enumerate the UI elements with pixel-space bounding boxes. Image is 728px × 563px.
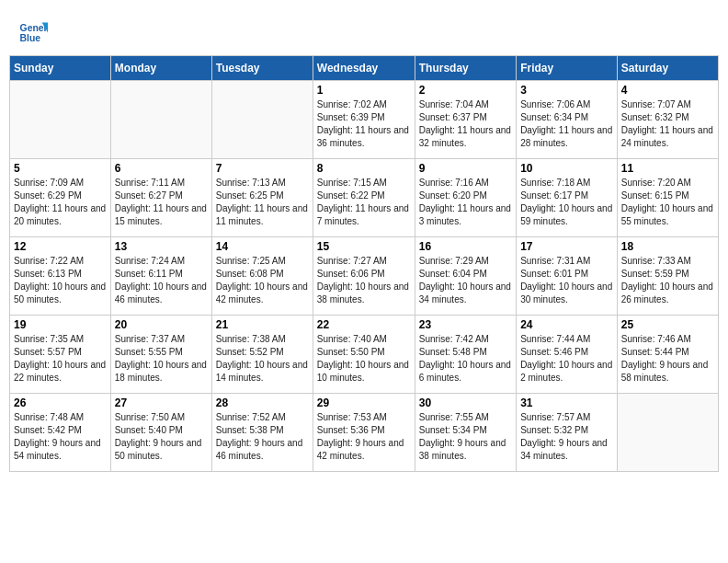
day-number: 19 [14, 318, 107, 331]
calendar-day-cell: 22Sunrise: 7:40 AM Sunset: 5:50 PM Dayli… [313, 316, 415, 394]
day-number: 17 [520, 240, 613, 253]
day-info: Sunrise: 7:11 AM Sunset: 6:27 PM Dayligh… [115, 177, 208, 228]
weekday-header: Thursday [415, 56, 516, 81]
day-info: Sunrise: 7:25 AM Sunset: 6:08 PM Dayligh… [216, 255, 309, 306]
calendar-day-cell: 27Sunrise: 7:50 AM Sunset: 5:40 PM Dayli… [110, 394, 211, 472]
day-number: 15 [317, 240, 411, 253]
calendar-day-cell: 11Sunrise: 7:20 AM Sunset: 6:15 PM Dayli… [617, 159, 718, 237]
day-info: Sunrise: 7:31 AM Sunset: 6:01 PM Dayligh… [520, 255, 613, 306]
day-number: 3 [520, 84, 613, 97]
calendar-table: SundayMondayTuesdayWednesdayThursdayFrid… [9, 55, 719, 472]
calendar-day-cell: 18Sunrise: 7:33 AM Sunset: 5:59 PM Dayli… [617, 237, 718, 316]
day-info: Sunrise: 7:53 AM Sunset: 5:36 PM Dayligh… [317, 411, 411, 463]
weekday-header: Monday [110, 56, 211, 81]
day-info: Sunrise: 7:02 AM Sunset: 6:39 PM Dayligh… [317, 98, 411, 150]
day-info: Sunrise: 7:13 AM Sunset: 6:25 PM Dayligh… [216, 177, 309, 228]
day-info: Sunrise: 7:52 AM Sunset: 5:38 PM Dayligh… [216, 411, 309, 463]
day-number: 1 [317, 84, 411, 97]
weekday-header: Wednesday [313, 56, 415, 81]
calendar-week-row: 1Sunrise: 7:02 AM Sunset: 6:39 PM Daylig… [10, 81, 719, 159]
day-info: Sunrise: 7:50 AM Sunset: 5:40 PM Dayligh… [115, 411, 208, 463]
day-info: Sunrise: 7:42 AM Sunset: 5:48 PM Dayligh… [419, 333, 512, 385]
day-info: Sunrise: 7:04 AM Sunset: 6:37 PM Dayligh… [419, 98, 512, 150]
calendar-week-row: 12Sunrise: 7:22 AM Sunset: 6:13 PM Dayli… [10, 237, 719, 316]
calendar-day-cell: 3Sunrise: 7:06 AM Sunset: 6:34 PM Daylig… [517, 81, 618, 159]
calendar-day-cell: 17Sunrise: 7:31 AM Sunset: 6:01 PM Dayli… [517, 237, 618, 316]
day-number: 24 [520, 318, 613, 331]
day-info: Sunrise: 7:06 AM Sunset: 6:34 PM Dayligh… [520, 98, 613, 150]
weekday-header: Tuesday [211, 56, 313, 81]
day-info: Sunrise: 7:46 AM Sunset: 5:44 PM Dayligh… [621, 333, 714, 385]
page-header: General Blue [9, 9, 719, 50]
day-number: 27 [115, 396, 208, 409]
day-info: Sunrise: 7:37 AM Sunset: 5:55 PM Dayligh… [115, 333, 208, 385]
day-number: 25 [621, 318, 714, 331]
day-info: Sunrise: 7:55 AM Sunset: 5:34 PM Dayligh… [419, 411, 512, 463]
calendar-day-cell: 9Sunrise: 7:16 AM Sunset: 6:20 PM Daylig… [415, 159, 516, 237]
day-number: 29 [317, 396, 411, 409]
day-info: Sunrise: 7:44 AM Sunset: 5:46 PM Dayligh… [520, 333, 613, 385]
calendar-day-cell: 12Sunrise: 7:22 AM Sunset: 6:13 PM Dayli… [10, 237, 111, 316]
calendar-day-cell: 28Sunrise: 7:52 AM Sunset: 5:38 PM Dayli… [211, 394, 313, 472]
calendar-day-cell: 8Sunrise: 7:15 AM Sunset: 6:22 PM Daylig… [313, 159, 415, 237]
day-number: 6 [115, 162, 208, 175]
weekday-header-row: SundayMondayTuesdayWednesdayThursdayFrid… [10, 56, 719, 81]
calendar-day-cell [211, 81, 313, 159]
day-number: 5 [14, 162, 107, 175]
day-number: 30 [419, 396, 512, 409]
day-number: 26 [14, 396, 107, 409]
day-number: 12 [14, 240, 107, 253]
logo: General Blue [18, 17, 48, 46]
svg-text:Blue: Blue [20, 33, 41, 43]
calendar-day-cell: 25Sunrise: 7:46 AM Sunset: 5:44 PM Dayli… [617, 316, 718, 394]
calendar-day-cell: 31Sunrise: 7:57 AM Sunset: 5:32 PM Dayli… [517, 394, 618, 472]
calendar-day-cell: 16Sunrise: 7:29 AM Sunset: 6:04 PM Dayli… [415, 237, 516, 316]
day-info: Sunrise: 7:40 AM Sunset: 5:50 PM Dayligh… [317, 333, 411, 385]
weekday-header: Friday [517, 56, 618, 81]
day-info: Sunrise: 7:29 AM Sunset: 6:04 PM Dayligh… [419, 255, 512, 306]
weekday-header: Saturday [617, 56, 718, 81]
calendar-day-cell: 19Sunrise: 7:35 AM Sunset: 5:57 PM Dayli… [10, 316, 111, 394]
day-number: 2 [419, 84, 512, 97]
day-info: Sunrise: 7:22 AM Sunset: 6:13 PM Dayligh… [14, 255, 107, 306]
day-number: 16 [419, 240, 512, 253]
calendar-day-cell: 21Sunrise: 7:38 AM Sunset: 5:52 PM Dayli… [211, 316, 313, 394]
day-number: 8 [317, 162, 411, 175]
calendar-day-cell [110, 81, 211, 159]
day-number: 7 [216, 162, 309, 175]
calendar-day-cell: 6Sunrise: 7:11 AM Sunset: 6:27 PM Daylig… [110, 159, 211, 237]
logo-icon: General Blue [18, 17, 48, 46]
day-info: Sunrise: 7:24 AM Sunset: 6:11 PM Dayligh… [115, 255, 208, 306]
day-number: 22 [317, 318, 411, 331]
day-number: 23 [419, 318, 512, 331]
day-number: 18 [621, 240, 714, 253]
calendar-week-row: 19Sunrise: 7:35 AM Sunset: 5:57 PM Dayli… [10, 316, 719, 394]
calendar-day-cell: 23Sunrise: 7:42 AM Sunset: 5:48 PM Dayli… [415, 316, 516, 394]
calendar-day-cell: 24Sunrise: 7:44 AM Sunset: 5:46 PM Dayli… [517, 316, 618, 394]
day-number: 21 [216, 318, 309, 331]
day-info: Sunrise: 7:20 AM Sunset: 6:15 PM Dayligh… [621, 177, 714, 228]
day-number: 10 [520, 162, 613, 175]
day-info: Sunrise: 7:38 AM Sunset: 5:52 PM Dayligh… [216, 333, 309, 385]
day-info: Sunrise: 7:09 AM Sunset: 6:29 PM Dayligh… [14, 177, 107, 228]
calendar-day-cell: 4Sunrise: 7:07 AM Sunset: 6:32 PM Daylig… [617, 81, 718, 159]
calendar-day-cell: 26Sunrise: 7:48 AM Sunset: 5:42 PM Dayli… [10, 394, 111, 472]
calendar-day-cell: 29Sunrise: 7:53 AM Sunset: 5:36 PM Dayli… [313, 394, 415, 472]
calendar-day-cell [10, 81, 111, 159]
calendar-week-row: 26Sunrise: 7:48 AM Sunset: 5:42 PM Dayli… [10, 394, 719, 472]
calendar-day-cell: 7Sunrise: 7:13 AM Sunset: 6:25 PM Daylig… [211, 159, 313, 237]
day-info: Sunrise: 7:57 AM Sunset: 5:32 PM Dayligh… [520, 411, 613, 463]
calendar-day-cell: 5Sunrise: 7:09 AM Sunset: 6:29 PM Daylig… [10, 159, 111, 237]
day-number: 4 [621, 84, 714, 97]
day-number: 14 [216, 240, 309, 253]
calendar-day-cell: 2Sunrise: 7:04 AM Sunset: 6:37 PM Daylig… [415, 81, 516, 159]
day-number: 28 [216, 396, 309, 409]
day-info: Sunrise: 7:18 AM Sunset: 6:17 PM Dayligh… [520, 177, 613, 228]
day-info: Sunrise: 7:35 AM Sunset: 5:57 PM Dayligh… [14, 333, 107, 385]
day-info: Sunrise: 7:16 AM Sunset: 6:20 PM Dayligh… [419, 177, 512, 228]
day-number: 11 [621, 162, 714, 175]
calendar-day-cell: 13Sunrise: 7:24 AM Sunset: 6:11 PM Dayli… [110, 237, 211, 316]
day-info: Sunrise: 7:48 AM Sunset: 5:42 PM Dayligh… [14, 411, 107, 463]
day-number: 9 [419, 162, 512, 175]
day-info: Sunrise: 7:07 AM Sunset: 6:32 PM Dayligh… [621, 98, 714, 150]
